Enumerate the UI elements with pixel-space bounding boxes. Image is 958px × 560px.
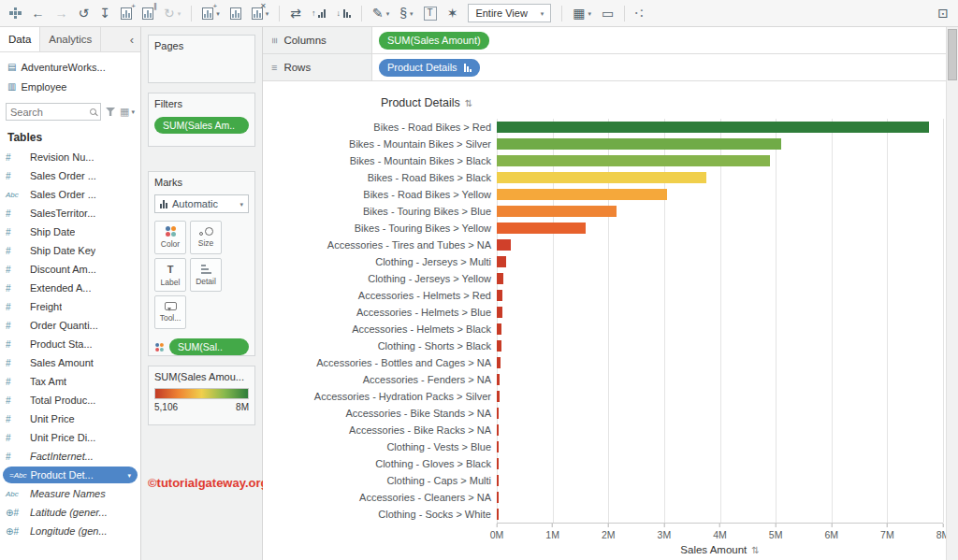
category-label[interactable]: Bikes - Mountain Bikes > Black: [272, 155, 497, 166]
bar-bikes-mountain-bikes-black[interactable]: [497, 155, 770, 166]
bar-accessories-fenders-na[interactable]: [497, 374, 500, 385]
category-label[interactable]: Bikes - Mountain Bikes > Silver: [272, 138, 497, 150]
bar-accessories-bike-racks-na[interactable]: [497, 424, 499, 436]
category-label[interactable]: Clothing - Gloves > Black: [272, 458, 497, 469]
rows-shelf[interactable]: Product Details: [372, 54, 945, 80]
field-item-sales-order[interactable]: #Sales Order ...: [0, 166, 140, 185]
category-label[interactable]: Accessories - Cleaners > NA: [272, 492, 497, 503]
pages-shelf[interactable]: Pages: [148, 35, 255, 83]
field-item-tax-amt[interactable]: #Tax Amt: [0, 372, 140, 391]
category-label[interactable]: Bikes - Road Bikes > Red: [272, 122, 497, 133]
size-button[interactable]: Size: [190, 221, 222, 254]
bar-accessories-bike-stands-na[interactable]: [497, 408, 499, 419]
field-item-discount-am[interactable]: #Discount Am...: [0, 260, 140, 279]
sort-descending-icon[interactable]: ↓: [336, 9, 351, 18]
field-item-total-produc[interactable]: #Total Produc...: [0, 391, 140, 409]
category-label[interactable]: Clothing - Vests > Blue: [272, 441, 497, 452]
field-item-latitude-gener[interactable]: ⊕#Latitude (gener...: [0, 503, 140, 522]
bar-bikes-touring-bikes-yellow[interactable]: [497, 223, 586, 234]
field-item-product-sta[interactable]: #Product Sta...: [0, 335, 140, 353]
category-label[interactable]: Clothing - Socks > White: [272, 509, 497, 520]
field-item-unit-price-di[interactable]: #Unit Price Di...: [0, 428, 140, 447]
mark-type-dropdown[interactable]: Automatic ▾: [154, 194, 249, 213]
field-item-measure-names[interactable]: AbcMeasure Names: [0, 484, 140, 503]
bar-clothing-socks-white[interactable]: [497, 509, 499, 520]
category-label[interactable]: Bikes - Touring Bikes > Blue: [272, 206, 497, 217]
rows-pill-product-details[interactable]: Product Details: [379, 59, 480, 77]
axis-sort-icon[interactable]: ⇅: [751, 545, 759, 555]
marks-pill-sum-sales-amount[interactable]: SUM(Sal..: [169, 338, 249, 355]
category-label[interactable]: Bikes - Road Bikes > Yellow: [272, 189, 497, 200]
datasource-item-adventureworks[interactable]: ▤ AdventureWorks...: [0, 57, 140, 77]
bar-clothing-shorts-black[interactable]: [497, 340, 501, 352]
bar-bikes-road-bikes-yellow[interactable]: [497, 189, 667, 200]
category-label[interactable]: Bikes - Road Bikes > Black: [272, 172, 497, 183]
category-label[interactable]: Accessories - Bike Racks > NA: [272, 424, 497, 436]
field-item-revision-nu[interactable]: #Revision Nu...: [0, 148, 140, 166]
duplicate-sheet-icon[interactable]: [230, 7, 241, 20]
color-button[interactable]: Color: [154, 221, 186, 254]
presentation-mode-icon[interactable]: ▭: [602, 7, 614, 20]
search-input[interactable]: [10, 107, 87, 118]
field-item-extended-a[interactable]: #Extended A...: [0, 279, 140, 297]
show-me-icon[interactable]: ⊡: [937, 7, 949, 20]
filter-fields-icon[interactable]: [106, 108, 115, 116]
vertical-scrollbar[interactable]: [946, 27, 958, 560]
sort-ascending-icon[interactable]: ↑: [312, 9, 327, 18]
field-item-sales-order[interactable]: AbcSales Order ...: [0, 185, 140, 204]
new-data-source-icon[interactable]: +: [121, 7, 132, 20]
fix-axes-icon[interactable]: ✶: [447, 7, 458, 20]
field-item-ship-date[interactable]: #Ship Date: [0, 223, 140, 241]
datasource-item-employee[interactable]: ▥ Employee: [0, 77, 140, 96]
tab-analytics[interactable]: Analytics: [40, 27, 101, 51]
bar-clothing-gloves-black[interactable]: [497, 458, 499, 469]
field-item-factinternet[interactable]: #FactInternet...: [0, 447, 140, 466]
save-icon[interactable]: ↧: [99, 7, 110, 20]
field-item-unit-price[interactable]: #Unit Price: [0, 409, 140, 428]
bar-accessories-helmets-blue[interactable]: [497, 307, 502, 318]
sort-control-icon[interactable]: ⇅: [465, 98, 472, 108]
bar-bikes-mountain-bikes-silver[interactable]: [497, 138, 781, 150]
highlight-icon[interactable]: ✎▾: [372, 7, 389, 20]
field-item-salesterritor[interactable]: #SalesTerritor...: [0, 204, 140, 223]
category-label[interactable]: Accessories - Fenders > NA: [272, 374, 497, 385]
category-label[interactable]: Bikes - Touring Bikes > Yellow: [272, 223, 497, 234]
pause-auto-updates-icon[interactable]: ∥: [142, 7, 153, 20]
category-label[interactable]: Clothing - Caps > Multi: [272, 475, 497, 486]
bar-clothing-vests-blue[interactable]: [497, 441, 499, 452]
category-label[interactable]: Accessories - Helmets > Black: [272, 323, 497, 335]
label-button[interactable]: T Label: [154, 258, 186, 292]
share-workbook-icon[interactable]: ∴: [635, 7, 644, 20]
group-members-icon[interactable]: §▾: [399, 7, 413, 20]
bar-accessories-cleaners-na[interactable]: [497, 492, 499, 503]
view-options-icon[interactable]: ▦ ▾: [120, 106, 135, 118]
bar-clothing-jerseys-yellow[interactable]: [497, 273, 503, 284]
filters-shelf[interactable]: Filters SUM(Sales Am..: [148, 93, 255, 147]
bar-clothing-caps-multi[interactable]: [497, 475, 499, 486]
new-worksheet-icon[interactable]: +▾: [202, 7, 220, 20]
bar-bikes-road-bikes-red[interactable]: [497, 122, 929, 133]
bar-accessories-tires-and-tubes-na[interactable]: [497, 239, 511, 251]
bar-bikes-road-bikes-black[interactable]: [497, 172, 706, 183]
clear-sheet-icon[interactable]: ✕▾: [252, 7, 269, 20]
show-mark-labels-icon[interactable]: T: [424, 7, 437, 21]
undo-icon[interactable]: ←: [32, 7, 45, 20]
field-item-ship-date-key[interactable]: #Ship Date Key: [0, 241, 140, 260]
field-item-sales-amount[interactable]: #Sales Amount: [0, 353, 140, 372]
category-label[interactable]: Accessories - Hydration Packs > Silver: [272, 391, 497, 402]
category-label[interactable]: Clothing - Jerseys > Yellow: [272, 273, 497, 284]
replay-icon[interactable]: ↺: [79, 7, 90, 20]
category-label[interactable]: Accessories - Tires and Tubes > NA: [272, 239, 497, 251]
bar-bikes-touring-bikes-blue[interactable]: [497, 206, 617, 217]
collapse-pane-icon[interactable]: ‹: [123, 27, 140, 51]
tooltip-button[interactable]: Tool...: [154, 295, 186, 329]
sort-descending-icon[interactable]: [464, 64, 472, 72]
detail-button[interactable]: Detail: [190, 258, 222, 292]
show-hide-cards-icon[interactable]: ▦▾: [573, 7, 591, 20]
tableau-logo-icon[interactable]: [9, 7, 22, 20]
category-label[interactable]: Accessories - Bike Stands > NA: [272, 408, 497, 419]
bar-accessories-helmets-red[interactable]: [497, 290, 502, 301]
category-label[interactable]: Accessories - Helmets > Red: [272, 290, 497, 301]
field-item-freight[interactable]: #Freight: [0, 297, 140, 316]
category-label[interactable]: Clothing - Shorts > Black: [272, 340, 497, 352]
